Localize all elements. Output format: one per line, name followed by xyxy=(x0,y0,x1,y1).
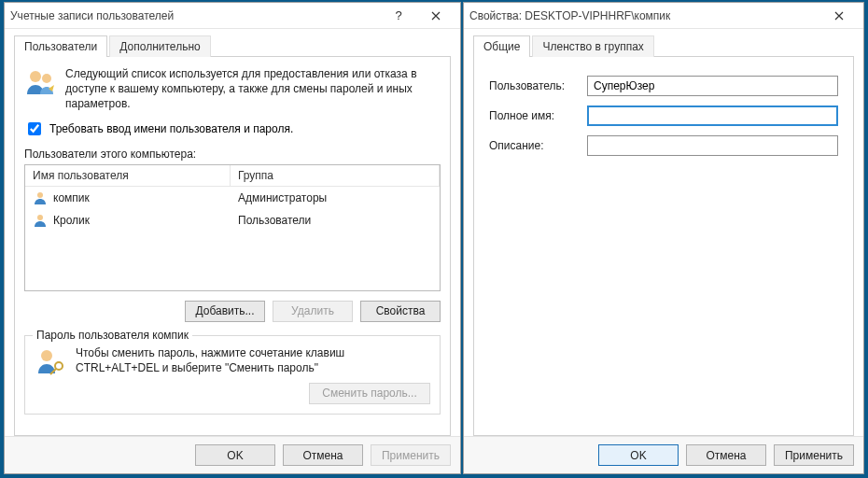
row-fullname: Полное имя: xyxy=(489,105,838,126)
intro-text: Следующий список используется для предос… xyxy=(65,66,441,112)
cell-group: Администраторы xyxy=(238,191,327,204)
help-button[interactable]: ? xyxy=(380,5,417,27)
titlebar[interactable]: Учетные записи пользователей ? xyxy=(5,3,460,29)
change-password-button: Сменить пароль... xyxy=(309,383,430,404)
require-login-label: Требовать ввод имени пользователя и паро… xyxy=(49,122,293,135)
password-groupbox: Пароль пользователя компик Чтобы сменить… xyxy=(24,335,441,415)
intro-row: Следующий список используется для предос… xyxy=(24,66,441,112)
list-buttons: Добавить... Удалить Свойства xyxy=(24,301,441,322)
cancel-button[interactable]: Отмена xyxy=(283,444,363,466)
username-label: Пользователь: xyxy=(489,79,578,92)
svg-point-3 xyxy=(37,215,43,220)
cell-group: Пользователи xyxy=(238,214,311,227)
window-body: Общие Членство в группах Пользователь: П… xyxy=(464,29,863,436)
user-properties-window: Свойства: DESKTOP-VIPHHRF\компик Общие Ч… xyxy=(463,2,864,474)
user-icon xyxy=(33,213,48,228)
close-button[interactable] xyxy=(820,5,858,27)
users-icon xyxy=(24,66,56,98)
fullname-field[interactable] xyxy=(587,105,838,126)
require-login-checkbox[interactable] xyxy=(28,122,41,135)
password-group-title: Пароль пользователя компик xyxy=(33,329,192,342)
users-listview[interactable]: Имя пользователя Группа компик Администр… xyxy=(24,164,441,291)
list-item[interactable]: компик Администраторы xyxy=(25,187,440,209)
row-username: Пользователь: xyxy=(489,76,838,96)
users-list-label: Пользователи этого компьютера: xyxy=(24,148,441,161)
description-label: Описание: xyxy=(489,139,578,152)
dialog-buttons: OK Отмена Применить xyxy=(5,436,460,473)
list-header: Имя пользователя Группа xyxy=(25,165,440,187)
titlebar[interactable]: Свойства: DESKTOP-VIPHHRF\компик xyxy=(464,3,863,29)
list-rows: компик Администраторы Кролик Пользовател… xyxy=(25,187,440,290)
ok-button[interactable]: OK xyxy=(598,444,679,466)
fullname-label: Полное имя: xyxy=(489,109,578,122)
cell-username: Кролик xyxy=(53,214,90,227)
tab-users[interactable]: Пользователи xyxy=(14,35,107,57)
cancel-button[interactable]: Отмена xyxy=(686,444,766,466)
svg-point-4 xyxy=(41,350,52,361)
column-group[interactable]: Группа xyxy=(231,165,440,186)
tab-general[interactable]: Общие xyxy=(473,35,530,57)
close-button[interactable] xyxy=(417,5,455,27)
column-username[interactable]: Имя пользователя xyxy=(25,165,231,186)
username-field[interactable] xyxy=(587,76,838,96)
svg-point-5 xyxy=(55,362,63,370)
key-user-icon xyxy=(35,345,66,377)
properties-button[interactable]: Свойства xyxy=(360,301,441,322)
user-icon xyxy=(33,190,48,205)
cell-username: компик xyxy=(53,191,90,204)
apply-button[interactable]: Применить xyxy=(774,444,854,466)
svg-point-0 xyxy=(30,71,41,82)
tab-advanced[interactable]: Дополнительно xyxy=(109,35,210,57)
apply-button: Применить xyxy=(371,444,451,466)
tabstrip: Общие Членство в группах xyxy=(473,35,854,57)
tabstrip: Пользователи Дополнительно xyxy=(14,35,451,57)
dialog-buttons: OK Отмена Применить xyxy=(464,436,863,473)
ok-button[interactable]: OK xyxy=(195,444,275,466)
tab-panel: Пользователь: Полное имя: Описание: xyxy=(473,56,854,436)
add-button[interactable]: Добавить... xyxy=(185,301,265,322)
password-help-text: Чтобы сменить пароль, нажмите сочетание … xyxy=(76,345,430,375)
svg-point-2 xyxy=(37,192,43,198)
description-field[interactable] xyxy=(587,135,838,156)
window-title: Свойства: DESKTOP-VIPHHRF\компик xyxy=(469,9,820,22)
user-form: Пользователь: Полное имя: Описание: xyxy=(483,66,844,175)
tab-membership[interactable]: Членство в группах xyxy=(532,35,653,57)
svg-point-1 xyxy=(42,74,51,83)
require-login-row: Требовать ввод имени пользователя и паро… xyxy=(24,120,441,138)
window-body: Пользователи Дополнительно Следующий спи… xyxy=(5,29,460,436)
tab-panel: Следующий список используется для предос… xyxy=(14,56,451,436)
list-item[interactable]: Кролик Пользователи xyxy=(25,209,440,232)
window-title: Учетные записи пользователей xyxy=(10,9,380,22)
row-description: Описание: xyxy=(489,135,838,156)
delete-button: Удалить xyxy=(273,301,353,322)
user-accounts-window: Учетные записи пользователей ? Пользоват… xyxy=(4,2,461,474)
